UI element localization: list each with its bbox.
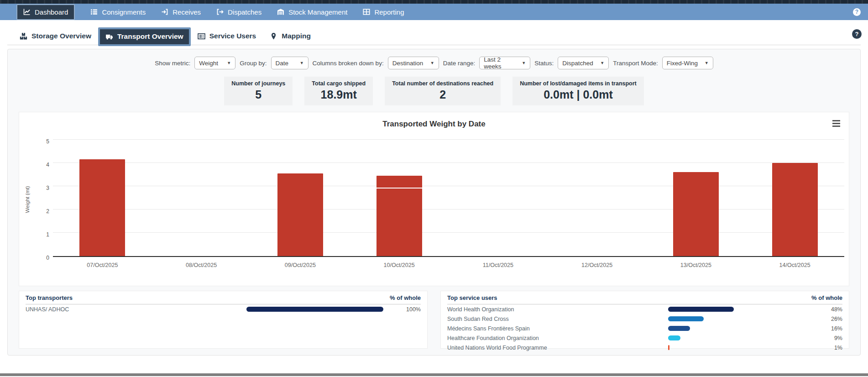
list-item: South Sudan Red Cross26%: [447, 314, 842, 324]
filter-bar: Show metric:Weight▼Group by:Date▼Columns…: [8, 49, 860, 69]
chevron-down-icon: ▼: [522, 61, 526, 65]
filter-show-metric-select[interactable]: Weight▼: [194, 57, 235, 69]
kpi-value: 0.0mt | 0.0mt: [520, 88, 637, 101]
selected-value: Fixed-Wing: [667, 60, 698, 67]
filter-date-range-select[interactable]: Last 2 weeks▼: [479, 57, 530, 69]
percentage-pill: [668, 335, 680, 340]
tab-label: Service Users: [209, 32, 256, 40]
nav-item-dashboard[interactable]: Dashboard: [16, 4, 75, 20]
panel-rows: UNHAS/ ADHOC100%: [26, 304, 421, 314]
kpi-value: 2: [392, 88, 493, 101]
x-tick-label: 11/Oct/2025: [449, 262, 548, 268]
nav-item-label: Dispatches: [228, 8, 261, 16]
x-tick-label: 10/Oct/2025: [350, 262, 449, 268]
filter-label-date-range: Date range:: [443, 60, 476, 67]
chevron-down-icon: ▼: [227, 61, 231, 65]
row-percent: 48%: [819, 306, 842, 313]
chevron-down-icon: ▼: [430, 61, 434, 65]
bar-segment: [376, 176, 422, 188]
panel-title: Top service users: [447, 294, 497, 301]
kpi-total-cargo-shipped: Total cargo shipped18.9mt: [304, 77, 373, 105]
nav-item-dispatches[interactable]: Dispatches: [216, 8, 261, 16]
row-bar: [668, 335, 819, 340]
tab-label: Transport Overview: [117, 32, 183, 41]
selected-value: Weight: [199, 60, 218, 67]
transport-overview-panel: Show metric:Weight▼Group by:Date▼Columns…: [7, 49, 861, 356]
tab-label: Mapping: [282, 32, 311, 40]
x-tick-label: 14/Oct/2025: [745, 262, 844, 268]
selected-value: Last 2 weeks: [484, 56, 517, 70]
row-percent: 9%: [819, 335, 842, 341]
horizontal-scrollbar[interactable]: [0, 373, 868, 376]
tab-label: Storage Overview: [31, 32, 91, 40]
nav-item-label: Dashboard: [35, 8, 68, 16]
chart-menu-icon[interactable]: [831, 119, 842, 128]
panel-value-header: % of whole: [390, 294, 421, 301]
bar-07-oct-2025[interactable]: [79, 159, 125, 256]
percentage-pill: [668, 316, 704, 321]
kpi-label: Total number of destinations reached: [392, 80, 493, 87]
tab-storage-overview[interactable]: Storage Overview: [13, 28, 98, 45]
filter-label-columns-broken-down-by: Columns broken down by:: [313, 60, 384, 67]
x-tick-label: 13/Oct/2025: [647, 262, 746, 268]
bar-column: [152, 141, 251, 256]
filter-label-transport-mode: Transport Mode:: [613, 60, 658, 67]
chevron-down-icon: ▼: [300, 61, 304, 65]
bar-column: [745, 141, 844, 256]
row-percent: 1%: [819, 345, 842, 351]
receive-icon: [161, 8, 168, 16]
top-transporters-panel: Top transporters % of whole UNHAS/ ADHOC…: [19, 291, 428, 349]
bar-column: [449, 141, 548, 256]
filter-columns-broken-down-by-select[interactable]: Destination▼: [388, 57, 439, 69]
bar-column: [251, 141, 350, 256]
x-tick-label: 07/Oct/2025: [53, 262, 152, 268]
bar-segment: [772, 163, 818, 256]
bar-09-oct-2025[interactable]: [277, 173, 323, 256]
list-item: World Health Organization48%: [447, 304, 842, 314]
row-name: Healthcare Foundation Organization: [447, 335, 668, 341]
bar-column: [647, 141, 746, 256]
x-axis-labels: 07/Oct/202508/Oct/202509/Oct/202510/Oct/…: [53, 262, 844, 268]
bar-columns: [53, 141, 844, 256]
row-bar: [668, 345, 819, 350]
nav-item-label: Stock Management: [288, 8, 347, 16]
bar-segment: [673, 172, 719, 256]
tab-mapping[interactable]: Mapping: [263, 28, 318, 45]
bar-13-oct-2025[interactable]: [673, 172, 719, 256]
nav-item-receives[interactable]: Receives: [161, 8, 201, 16]
filter-group-by-select[interactable]: Date▼: [271, 57, 309, 69]
top-navbar: DashboardConsignmentsReceivesDispatchesS…: [0, 4, 868, 20]
truck-icon: [105, 33, 113, 41]
filter-status-select[interactable]: Dispatched▼: [558, 57, 609, 69]
panel-title: Top transporters: [26, 294, 73, 301]
navbar-help-icon[interactable]: ?: [853, 8, 861, 16]
top-service-users-panel: Top service users % of whole World Healt…: [440, 291, 849, 349]
help-icon[interactable]: ?: [852, 29, 862, 39]
bar-column: [53, 141, 152, 256]
percentage-pill: [668, 345, 669, 350]
percentage-pill: [668, 326, 690, 331]
nav-item-stock-management[interactable]: Stock Management: [277, 8, 347, 16]
storage-icon: [20, 32, 27, 40]
row-bar: [246, 307, 397, 312]
x-tick-label: 12/Oct/2025: [548, 262, 647, 268]
x-tick-label: 09/Oct/2025: [251, 262, 350, 268]
filter-transport-mode-select[interactable]: Fixed-Wing▼: [662, 57, 713, 69]
kpi-label: Number of journeys: [231, 80, 285, 87]
bar-14-oct-2025[interactable]: [772, 163, 818, 256]
bar-10-oct-2025[interactable]: [376, 176, 422, 256]
tab-service-users[interactable]: Service Users: [191, 28, 263, 45]
mapping-icon: [270, 32, 277, 40]
bar-column: [548, 141, 647, 256]
plot-grid: [53, 141, 844, 257]
list-item: United Nations World Food Programme1%: [447, 343, 842, 352]
row-name: UNHAS/ ADHOC: [26, 306, 246, 313]
nav-item-reporting[interactable]: Reporting: [363, 8, 404, 16]
kpi-row: Number of journeys5Total cargo shipped18…: [8, 77, 860, 105]
tab-transport-overview[interactable]: Transport Overview: [98, 27, 191, 46]
y-tick-label: 1: [46, 231, 49, 238]
service-users-icon: [198, 32, 205, 40]
nav-item-consignments[interactable]: Consignments: [90, 8, 146, 16]
y-axis: Weight (mt) 012345: [24, 141, 53, 258]
bar-column: [350, 141, 449, 256]
